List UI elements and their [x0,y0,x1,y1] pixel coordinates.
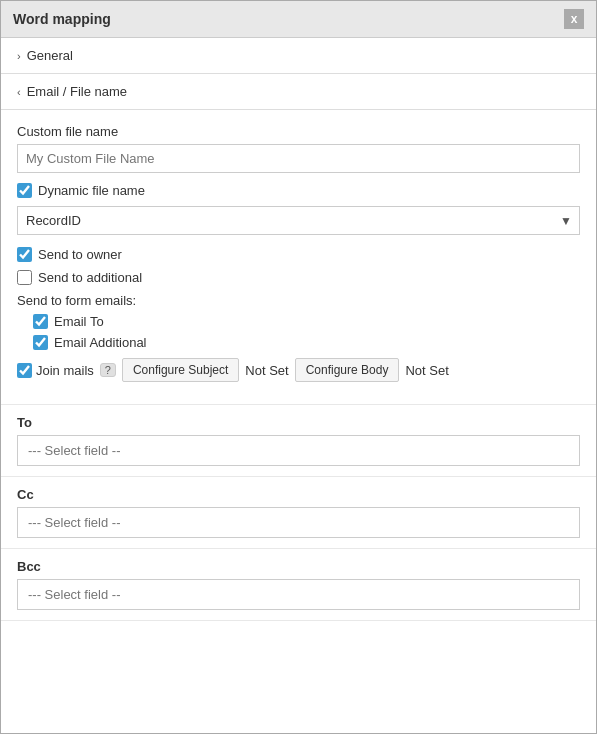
join-mails-checkbox[interactable] [17,363,32,378]
dialog-title: Word mapping [13,11,111,27]
email-filename-chevron: ‹ [17,86,21,98]
dialog-body: › General ‹ Email / File name Custom fil… [1,38,596,733]
custom-file-name-input[interactable] [17,144,580,173]
send-to-additional-checkbox[interactable] [17,270,32,285]
dynamic-file-name-label: Dynamic file name [38,183,145,198]
dynamic-file-name-row: Dynamic file name [17,183,580,198]
join-mails-label: Join mails [36,363,94,378]
send-to-owner-row: Send to owner [17,247,580,262]
email-to-checkbox[interactable] [33,314,48,329]
dynamic-file-name-checkbox[interactable] [17,183,32,198]
email-additional-checkbox[interactable] [33,335,48,350]
send-to-additional-label: Send to additional [38,270,142,285]
join-mails-checkbox-wrapper: Join mails [17,363,94,378]
join-mails-row: Join mails ? Configure Subject Not Set C… [17,358,580,382]
dialog-header: Word mapping x [1,1,596,38]
not-set-2: Not Set [405,363,448,378]
send-to-form-label: Send to form emails: [17,293,580,308]
to-section: To [1,405,596,477]
not-set-1: Not Set [245,363,288,378]
cc-label: Cc [17,487,580,502]
configure-body-button[interactable]: Configure Body [295,358,400,382]
general-section-label: General [27,48,73,63]
bcc-label: Bcc [17,559,580,574]
record-id-select-wrapper: RecordID Option 1 Option 2 ▼ [17,206,580,235]
general-chevron: › [17,50,21,62]
send-to-owner-label: Send to owner [38,247,122,262]
close-button[interactable]: x [564,9,584,29]
email-additional-row: Email Additional [33,335,580,350]
bcc-input[interactable] [17,579,580,610]
email-additional-label: Email Additional [54,335,147,350]
email-filename-section-content: Custom file name Dynamic file name Recor… [1,110,596,405]
email-to-label: Email To [54,314,104,329]
bcc-section: Bcc [1,549,596,621]
custom-file-name-label: Custom file name [17,124,580,139]
email-to-row: Email To [33,314,580,329]
configure-subject-button[interactable]: Configure Subject [122,358,239,382]
send-to-owner-checkbox[interactable] [17,247,32,262]
join-mails-help-badge[interactable]: ? [100,363,116,377]
to-input[interactable] [17,435,580,466]
general-section-header[interactable]: › General [1,38,596,74]
cc-section: Cc [1,477,596,549]
word-mapping-dialog: Word mapping x › General ‹ Email / File … [0,0,597,734]
email-filename-section-header[interactable]: ‹ Email / File name [1,74,596,110]
send-to-additional-row: Send to additional [17,270,580,285]
to-label: To [17,415,580,430]
email-filename-section-label: Email / File name [27,84,127,99]
record-id-select[interactable]: RecordID Option 1 Option 2 [17,206,580,235]
cc-input[interactable] [17,507,580,538]
